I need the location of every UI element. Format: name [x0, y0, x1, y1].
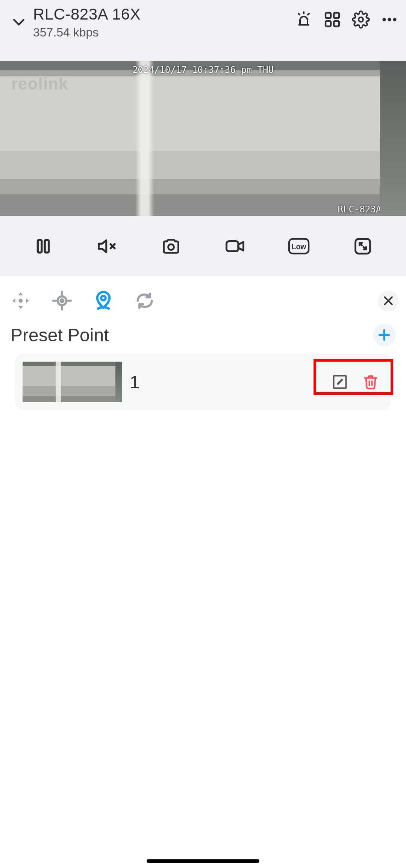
siren-icon	[295, 11, 313, 29]
svg-line-1	[298, 14, 300, 15]
video-camera-label: RLC-823A 16X	[338, 204, 403, 215]
svg-rect-11	[38, 240, 41, 252]
dropdown-toggle[interactable]	[8, 11, 30, 33]
camera-bitrate: 357.54 kbps	[33, 26, 295, 39]
grid-icon	[323, 11, 341, 29]
svg-rect-3	[326, 13, 331, 18]
svg-marker-18	[238, 242, 244, 251]
video-timestamp: 2024/10/17 10:37:36 pm THU	[132, 65, 274, 75]
svg-rect-4	[334, 13, 339, 18]
svg-point-24	[19, 299, 23, 303]
svg-rect-6	[334, 21, 339, 26]
preset-point-tab[interactable]	[90, 288, 117, 314]
snapshot-button[interactable]	[160, 235, 182, 258]
plus-icon	[377, 328, 391, 342]
preset-item[interactable]: 1	[15, 354, 391, 410]
multiview-button[interactable]	[323, 11, 341, 29]
svg-point-31	[101, 296, 106, 300]
edit-preset-button[interactable]	[331, 373, 349, 391]
section-header: Preset Point	[0, 321, 406, 354]
record-button[interactable]	[224, 235, 246, 258]
pause-icon	[34, 237, 53, 256]
fullscreen-icon	[353, 236, 373, 256]
control-bar: Low	[0, 216, 406, 276]
pause-button[interactable]	[32, 235, 55, 258]
ptture--tab[interactable]	[8, 288, 34, 314]
gear-icon	[352, 10, 370, 29]
patrol-tab[interactable]	[132, 288, 158, 314]
camera-title: RLC-823A 16X	[33, 5, 295, 23]
svg-point-26	[61, 299, 63, 302]
fullscreen-button[interactable]	[351, 235, 374, 258]
patrol-icon	[134, 290, 155, 311]
svg-point-9	[388, 18, 391, 21]
svg-rect-21	[356, 239, 370, 254]
preset-actions	[331, 373, 383, 391]
section-title: Preset Point	[11, 325, 109, 345]
header-icons	[295, 11, 398, 29]
more-icon	[380, 11, 398, 29]
chevron-down-icon	[11, 14, 27, 30]
svg-rect-5	[326, 21, 331, 26]
preset-thumbnail	[23, 362, 122, 402]
monitor-point-tab[interactable]	[49, 288, 75, 314]
mute-button[interactable]	[96, 235, 118, 258]
quality-icon: Low	[288, 237, 310, 256]
volume-mute-icon	[97, 236, 117, 256]
video-record-icon	[225, 236, 245, 256]
edit-icon	[332, 374, 348, 390]
title-block: RLC-823A 16X 357.54 kbps	[30, 4, 295, 39]
trash-icon	[363, 374, 379, 390]
close-icon	[382, 294, 395, 307]
add-preset-button[interactable]	[373, 324, 395, 346]
more-button[interactable]	[380, 11, 398, 29]
close-panel-button[interactable]	[378, 291, 398, 311]
siren-button[interactable]	[295, 11, 313, 29]
ptz-move-icon	[10, 290, 32, 312]
svg-point-16	[168, 244, 174, 250]
home-indicator	[147, 859, 259, 863]
svg-marker-13	[99, 240, 106, 252]
svg-rect-17	[227, 241, 239, 251]
ptz-tab-row	[0, 284, 406, 321]
preset-name: 1	[130, 372, 140, 392]
target-icon	[52, 290, 73, 311]
video-container: reolink 2024/10/17 10:37:36 pm THU RLC-8…	[0, 61, 406, 216]
map-pin-icon	[93, 290, 114, 311]
camera-icon	[161, 236, 181, 256]
quality-button[interactable]: Low	[288, 235, 310, 258]
svg-line-2	[308, 14, 309, 15]
header-bar: RLC-823A 16X 357.54 kbps	[0, 0, 406, 61]
svg-point-7	[359, 17, 363, 22]
delete-preset-button[interactable]	[362, 373, 380, 391]
svg-point-10	[393, 18, 396, 21]
ptz-panel: Preset Point 1	[0, 276, 406, 866]
svg-rect-12	[45, 240, 48, 252]
svg-point-8	[382, 18, 386, 21]
svg-text:Low: Low	[292, 243, 307, 251]
live-video[interactable]: reolink 2024/10/17 10:37:36 pm THU RLC-8…	[0, 61, 406, 216]
settings-button[interactable]	[352, 11, 370, 29]
brand-watermark: reolink	[11, 74, 68, 93]
